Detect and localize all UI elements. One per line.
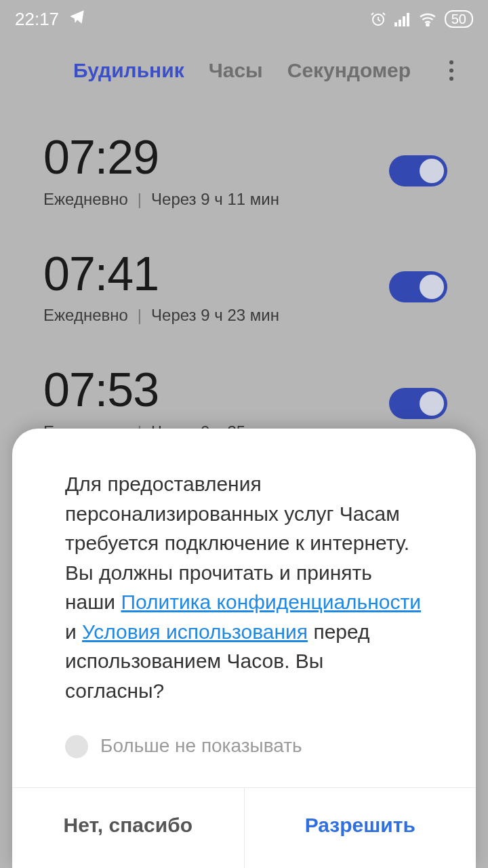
alarm-until: Через 9 ч 23 мин (151, 306, 279, 325)
alarm-until: Через 9 ч 11 мин (151, 190, 279, 209)
dont-show-again-row[interactable]: Больше не показывать (65, 732, 423, 760)
telegram-icon (68, 8, 86, 31)
alarm-time: 07:41 (43, 250, 279, 300)
status-time: 22:17 (15, 9, 59, 30)
alarm-toggle[interactable] (389, 271, 447, 302)
svg-point-5 (426, 24, 428, 26)
alarm-time: 07:29 (43, 133, 279, 183)
alarm-toggle[interactable] (389, 155, 447, 186)
privacy-policy-link[interactable]: Политика конфиденциальности (121, 591, 421, 613)
divider: | (138, 190, 142, 209)
consent-dialog: Для предоставления персонализированных у… (12, 429, 476, 868)
alarm-toggle[interactable] (389, 388, 447, 419)
dialog-text: Для предоставления персонализированных у… (65, 473, 421, 702)
tab-bar: Будильник Часы Секундомер (0, 38, 488, 104)
svg-rect-2 (399, 20, 401, 26)
status-bar: 22:17 50 (0, 0, 488, 38)
svg-rect-3 (403, 16, 405, 26)
alarm-time: 07:53 (43, 366, 279, 416)
alarm-list: 07:29 Ежедневно | Через 9 ч 11 мин 07:41… (0, 104, 488, 470)
alarm-item[interactable]: 07:29 Ежедневно | Через 9 ч 11 мин (0, 113, 488, 229)
accept-button[interactable]: Разрешить (245, 788, 476, 868)
alarm-icon (370, 11, 386, 27)
tab-stopwatch[interactable]: Секундомер (287, 59, 411, 82)
battery-indicator: 50 (445, 10, 473, 28)
tab-clock[interactable]: Часы (209, 59, 263, 82)
wifi-icon (419, 12, 436, 26)
alarm-repeat: Ежедневно (43, 306, 128, 325)
alarm-repeat: Ежедневно (43, 190, 128, 209)
terms-link[interactable]: Условия использования (82, 620, 308, 643)
tab-alarm[interactable]: Будильник (73, 59, 184, 82)
svg-rect-4 (407, 13, 409, 26)
more-menu-icon[interactable] (441, 57, 462, 84)
svg-rect-1 (394, 22, 397, 26)
radio-empty-icon[interactable] (65, 735, 88, 758)
decline-button[interactable]: Нет, спасибо (12, 788, 245, 868)
signal-icon (394, 12, 411, 26)
alarm-item[interactable]: 07:41 Ежедневно | Через 9 ч 23 мин (0, 229, 488, 346)
divider: | (138, 306, 142, 325)
dont-show-label: Больше не показывать (100, 732, 302, 760)
